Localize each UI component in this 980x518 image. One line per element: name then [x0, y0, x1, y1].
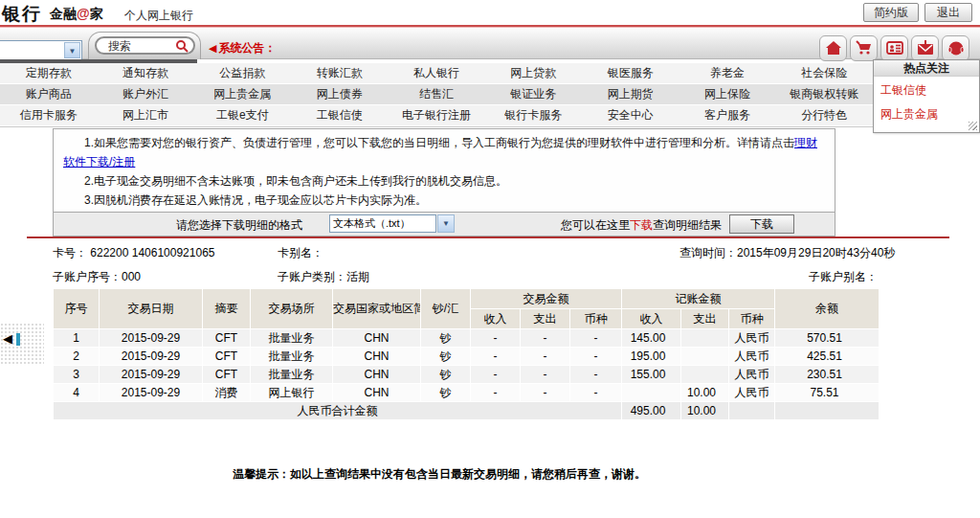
hot-topic-link[interactable]: 工银信使 — [874, 77, 979, 101]
sub-account-alias: 子账户别名： — [809, 269, 878, 285]
cell-trans-income: - — [471, 348, 521, 366]
header-trans-currency: 币种 — [570, 309, 622, 329]
inbox-button[interactable] — [911, 35, 939, 61]
home-button[interactable] — [819, 35, 847, 61]
menu-item[interactable]: 账户外汇 — [97, 84, 193, 104]
header-balance: 余额 — [775, 289, 880, 329]
total-currency-empty — [729, 402, 775, 420]
menu-item[interactable]: 银证业务 — [485, 84, 582, 104]
menu-item[interactable]: 网上汇市 — [97, 105, 193, 125]
menu-item[interactable]: 社会保险 — [776, 63, 873, 83]
header-book-amount: 记账金额 — [622, 289, 775, 309]
header-trans-expense: 支出 — [521, 309, 570, 329]
cell-book-income: 195.00 — [622, 348, 681, 366]
menu-item[interactable]: 通知存款 — [97, 63, 193, 83]
search-tab — [88, 32, 201, 59]
total-row: 人民币合计金额 495.00 10.00 — [54, 402, 880, 420]
chevron-down-icon[interactable]: ▼ — [64, 42, 80, 58]
menu-item[interactable]: 电子银行注册 — [388, 105, 484, 125]
menu-item[interactable]: 银医服务 — [582, 63, 679, 83]
hot-topic-link[interactable]: 网上贵金属 — [874, 101, 979, 124]
menu-item[interactable]: 网上保险 — [679, 84, 775, 104]
cell-trans-currency: - — [570, 348, 622, 366]
download-hint: 您可以在这里下载查询明细结果 — [561, 217, 722, 234]
cell-balance: 230.51 — [775, 366, 880, 384]
menu-item[interactable]: 转账汇款 — [291, 63, 388, 83]
note-line-1: 1.如果您需要对您的银行资产、负债进行管理，您可以下载您的当日明细，导入工商银行… — [63, 133, 825, 171]
hot-topics-title: 热点关注 — [874, 60, 979, 77]
simple-version-button[interactable]: 简约版 — [863, 3, 919, 22]
card-alias-label: 卡别名： — [278, 246, 323, 259]
warm-prompt: 温馨提示：如以上查询结果中没有包含当日最新交易明细，请您稍后再查，谢谢。 — [0, 466, 879, 483]
menu-item[interactable]: 网上期货 — [582, 84, 679, 104]
cell-trans-currency: - — [570, 329, 622, 348]
menu-item[interactable]: 网上债券 — [291, 84, 388, 104]
cell-book-income: 145.00 — [622, 329, 681, 348]
menu-item[interactable]: 分行特色 — [776, 105, 873, 125]
logout-button[interactable]: 退出 — [924, 3, 972, 22]
quick-nav-select[interactable]: ▼ — [0, 40, 82, 60]
chevron-down-icon[interactable]: ▼ — [437, 214, 455, 233]
download-button[interactable]: 下载 — [729, 214, 794, 234]
resize-handle-icon[interactable] — [969, 122, 977, 130]
menu-item[interactable]: 私人银行 — [388, 63, 484, 83]
cell-seq: 1 — [54, 329, 100, 348]
cell-country: CHN — [333, 329, 421, 348]
cart-button[interactable] — [850, 35, 878, 61]
cell-country: CHN — [333, 348, 421, 366]
header-place: 交易场所 — [251, 289, 333, 329]
cell-book-expense — [681, 366, 729, 384]
cart-icon — [856, 40, 873, 56]
menu-item[interactable]: 网上贵金属 — [194, 84, 291, 104]
cell-trans-expense: - — [521, 348, 570, 366]
menu-item[interactable]: 工银e支付 — [194, 105, 291, 125]
notes-box: 1.如果您需要对您的银行资产、负债进行管理，您可以下载您的当日明细，导入工商银行… — [53, 128, 835, 213]
header-book-income: 收入 — [622, 309, 681, 329]
system-announcement: ◀系统公告： — [209, 40, 276, 56]
hint-suffix: 查询明细结果 — [653, 218, 722, 232]
customer-service-button[interactable] — [942, 35, 969, 61]
search-box[interactable] — [95, 36, 195, 55]
download-link[interactable]: 下载 — [630, 218, 653, 232]
menu-item[interactable]: 结售汇 — [388, 84, 484, 104]
download-bar: 请您选择下载明细的格式 文本格式（.txt） ▼ 您可以在这里下载查询明细结果 … — [53, 213, 835, 236]
search-input[interactable] — [108, 39, 171, 52]
sub-account-alias-label: 子账户别名： — [809, 270, 878, 283]
cell-summary: CFT — [203, 329, 251, 348]
collapse-sidebar-handle[interactable]: ◀ — [3, 331, 12, 346]
menu-item[interactable]: 公益捐款 — [194, 63, 291, 83]
collapse-sidebar-bar[interactable] — [16, 333, 20, 346]
menu-item[interactable]: 养老金 — [679, 63, 775, 83]
sub-account-type-value: 活期 — [346, 270, 369, 283]
menu-item[interactable]: 银行卡服务 — [485, 105, 582, 125]
contacts-icon — [886, 40, 903, 56]
hot-topics-panel: 热点关注 工银信使 网上贵金属 — [873, 59, 980, 133]
format-select[interactable]: 文本格式（.txt） ▼ — [329, 214, 436, 233]
total-balance-empty — [775, 402, 880, 420]
menu-item[interactable]: 客户服务 — [679, 105, 775, 125]
menu-item[interactable]: 工银信使 — [291, 105, 388, 125]
transaction-row: 4 2015-09-29 消费 网上银行 CHN 钞 - - - 10.00 人… — [54, 384, 880, 402]
cell-book-currency: 人民币 — [729, 366, 775, 384]
brand-pre: 金融 — [50, 6, 77, 21]
note-text: 1.如果您需要对您的银行资产、负债进行管理，您可以下载您的当日明细，导入工商银行… — [84, 136, 794, 149]
sub-account-seq-value: 000 — [122, 270, 141, 283]
menu-item[interactable]: 银商银权转账 — [776, 84, 873, 104]
query-time-label: 查询时间： — [679, 246, 737, 259]
cell-cash: 钞 — [421, 384, 471, 402]
cell-summary: CFT — [203, 348, 251, 366]
menu-row-2: 账户商品 账户外汇 网上贵金属 网上债券 结售汇 银证业务 网上期货 网上保险 … — [0, 84, 873, 105]
menu-item[interactable]: 安全中心 — [582, 105, 679, 125]
cell-book-currency: 人民币 — [729, 329, 775, 348]
bank-logo: 银行 — [2, 2, 42, 27]
cell-place: 批量业务 — [251, 329, 333, 348]
contacts-button[interactable] — [880, 35, 908, 61]
menu-item[interactable]: 网上贷款 — [485, 63, 582, 83]
cell-date: 2015-09-29 — [100, 384, 203, 402]
cell-summary: 消费 — [203, 384, 251, 402]
menu-item[interactable]: 信用卡服务 — [0, 105, 97, 125]
menu-item[interactable]: 账户商品 — [0, 84, 97, 104]
menu-item[interactable]: 定期存款 — [0, 63, 97, 83]
search-icon[interactable] — [175, 39, 189, 54]
sub-account-type-label: 子账户类别： — [278, 270, 346, 283]
